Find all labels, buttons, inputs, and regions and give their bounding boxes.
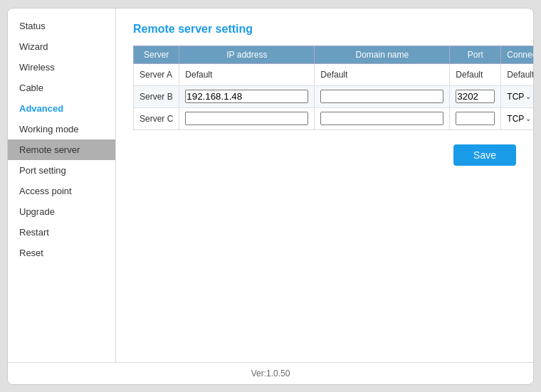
sidebar-item-access-point[interactable]: Access point (8, 181, 115, 201)
sidebar-item-advanced: Advanced (8, 98, 115, 119)
sidebar-item-cable[interactable]: Cable (8, 78, 115, 98)
server-b-domain-input[interactable] (320, 90, 443, 103)
server-b-port-cell[interactable] (450, 85, 501, 107)
chevron-down-icon: ⌄ (525, 92, 531, 100)
sidebar-item-wizard[interactable]: Wizard (8, 36, 115, 57)
footer: Ver:1.0.50 (8, 362, 533, 384)
sidebar-item-upgrade[interactable]: Upgrade (8, 201, 115, 222)
server-a-connection: Default (501, 63, 533, 85)
sidebar-item-wireless[interactable]: Wireless (8, 57, 115, 78)
sidebar-item-restart[interactable]: Restart (8, 222, 115, 243)
server-b-port-input[interactable] (456, 90, 495, 103)
save-button[interactable]: Save (453, 144, 516, 166)
save-row: Save (133, 144, 516, 166)
table-row: Server A Default Default Default Default… (134, 63, 534, 85)
server-b-domain-cell[interactable] (315, 85, 450, 107)
server-c-ip-cell[interactable] (179, 107, 315, 129)
server-b-label: Server B (134, 85, 179, 107)
sidebar-item-remote-server[interactable]: Remote server (8, 139, 115, 160)
col-header-server: Server (134, 46, 179, 63)
server-c-connection-cell: TCP ⌄ (501, 107, 533, 129)
server-b-connection-cell: TCP ⌄ (501, 85, 533, 107)
version-text: Ver:1.0.50 (251, 369, 290, 378)
table-row: Server B TCP ⌄ (134, 85, 534, 107)
server-c-label: Server C (134, 107, 179, 129)
server-table: Server IP address Domain name Port Conne… (133, 46, 533, 130)
server-c-connection-label: TCP (507, 114, 524, 124)
sidebar-item-working-mode[interactable]: Working mode (8, 119, 115, 139)
server-c-port-cell[interactable] (450, 107, 501, 129)
col-header-ip: IP address (179, 46, 315, 63)
app-window: Status Wizard Wireless Cable Advanced Wo… (7, 8, 534, 385)
chevron-down-icon: ⌄ (525, 115, 531, 122)
main-layout: Status Wizard Wireless Cable Advanced Wo… (8, 9, 533, 362)
sidebar-item-reset[interactable]: Reset (8, 243, 115, 263)
sidebar-item-port-setting[interactable]: Port setting (8, 160, 115, 181)
server-c-port-input[interactable] (456, 112, 495, 125)
page-title: Remote server setting (133, 23, 516, 36)
col-header-port: Port (450, 46, 501, 63)
col-header-domain: Domain name (315, 46, 450, 63)
server-a-domain: Default (315, 63, 450, 85)
sidebar-item-status[interactable]: Status (8, 16, 115, 36)
sidebar: Status Wizard Wireless Cable Advanced Wo… (8, 9, 116, 362)
col-header-connection: Connection (501, 46, 533, 63)
server-b-ip-input[interactable] (185, 90, 308, 103)
server-b-connection-label: TCP (507, 92, 524, 102)
server-b-connection-select-wrap: TCP ⌄ (507, 92, 533, 102)
server-c-ip-input[interactable] (185, 112, 308, 125)
server-a-label: Server A (134, 63, 179, 85)
server-b-ip-cell[interactable] (179, 85, 315, 107)
server-c-domain-cell[interactable] (315, 107, 450, 129)
content-area: Remote server setting Server IP address … (116, 9, 533, 362)
table-row: Server C TCP ⌄ (134, 107, 534, 129)
server-a-port: Default (450, 63, 501, 85)
server-c-domain-input[interactable] (320, 112, 443, 125)
server-c-connection-select-wrap: TCP ⌄ (507, 114, 533, 124)
server-a-ip: Default (179, 63, 315, 85)
